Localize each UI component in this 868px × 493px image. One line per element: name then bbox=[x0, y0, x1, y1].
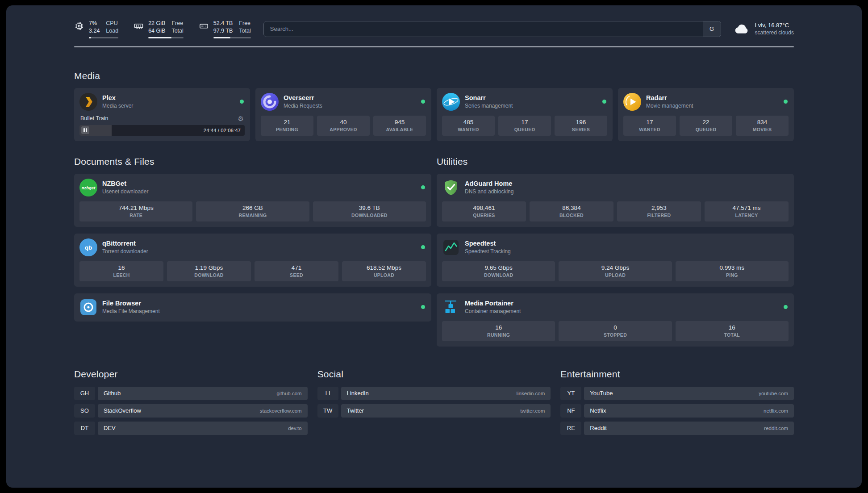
bookmark-domain: youtube.com bbox=[759, 391, 788, 396]
service-subtitle: Container management bbox=[465, 308, 779, 314]
stat-label: WANTED bbox=[443, 127, 494, 132]
gear-icon[interactable]: ⚙ bbox=[238, 115, 244, 122]
bookmark-link[interactable]: StackOverflow stackoverflow.com bbox=[98, 404, 308, 418]
service-card-adguard[interactable]: AdGuard Home DNS and adblocking 498,461 … bbox=[437, 174, 794, 227]
pause-icon[interactable] bbox=[81, 126, 89, 134]
stat-download: 1.19 Gbps DOWNLOAD bbox=[167, 261, 251, 281]
stat-value: 86,384 bbox=[530, 205, 613, 211]
bookmark-link[interactable]: YouTube youtube.com bbox=[584, 387, 794, 400]
service-name: File Browser bbox=[102, 300, 416, 307]
bookmark-abbr: DT bbox=[74, 422, 95, 435]
bookmark-reddit[interactable]: RE Reddit reddit.com bbox=[560, 422, 794, 435]
bookmark-link[interactable]: Netflix netflix.com bbox=[584, 404, 794, 418]
nzbget-icon: nzbget bbox=[79, 179, 97, 196]
stat-label: LEECH bbox=[80, 272, 163, 278]
service-card-plex[interactable]: Plex Media server Bullet Train ⚙ 24:44 /… bbox=[74, 88, 250, 141]
service-card-qbittorrent[interactable]: qb qBittorrent Torrent downloader 16 LEE… bbox=[74, 234, 431, 287]
service-card-overseerr[interactable]: Overseerr Media Requests 21 PENDING 40 A… bbox=[255, 88, 431, 141]
bookmark-link[interactable]: LinkedIn linkedin.com bbox=[341, 387, 551, 400]
bookmark-linkedin[interactable]: LI LinkedIn linkedin.com bbox=[317, 387, 551, 400]
service-card-filebrowser[interactable]: File Browser Media File Management bbox=[74, 293, 431, 322]
search-input[interactable] bbox=[264, 21, 703, 37]
status-dot bbox=[421, 245, 425, 249]
service-card-nzbget[interactable]: nzbget NZBGet Usenet downloader 744.21 M… bbox=[74, 174, 431, 227]
memory-icon bbox=[134, 21, 144, 31]
memory-label-top: Free bbox=[171, 20, 183, 27]
now-playing-title: Bullet Train bbox=[80, 115, 108, 121]
cpu-label-bottom: Load bbox=[106, 27, 118, 34]
bookmark-netflix[interactable]: NF Netflix netflix.com bbox=[560, 404, 794, 418]
stat-value: 16 bbox=[676, 324, 788, 331]
service-subtitle: Media Requests bbox=[284, 103, 416, 109]
service-subtitle: Media server bbox=[102, 103, 235, 109]
bookmark-twitter[interactable]: TW Twitter twitter.com bbox=[317, 404, 551, 418]
stat-label: RATE bbox=[80, 213, 192, 218]
bookmark-domain: twitter.com bbox=[520, 408, 545, 414]
service-name: NZBGet bbox=[102, 180, 416, 187]
bookmark-name: LinkedIn bbox=[347, 390, 369, 397]
section-heading-social: Social bbox=[317, 369, 551, 380]
service-subtitle: DNS and adblocking bbox=[465, 188, 789, 195]
stat-blocked: 86,384 BLOCKED bbox=[530, 201, 613, 221]
svg-text:qb: qb bbox=[85, 244, 92, 251]
cpu-icon bbox=[74, 21, 84, 31]
bookmark-youtube[interactable]: YT YouTube youtube.com bbox=[560, 387, 794, 400]
bookmark-dev[interactable]: DT DEV dev.to bbox=[74, 422, 308, 435]
bookmark-abbr: YT bbox=[560, 387, 581, 400]
bookmark-link[interactable]: Github github.com bbox=[98, 387, 308, 400]
stat-value: 485 bbox=[443, 119, 494, 125]
disk-label-top: Free bbox=[239, 20, 250, 27]
stat-label: WANTED bbox=[624, 127, 675, 132]
weather-condition: scattered clouds bbox=[755, 29, 794, 36]
status-dot bbox=[240, 100, 244, 104]
section-heading-utilities: Utilities bbox=[437, 156, 794, 167]
bookmark-stackoverflow[interactable]: SO StackOverflow stackoverflow.com bbox=[74, 404, 308, 418]
search-provider-button[interactable]: G bbox=[703, 21, 721, 37]
disk-free-value: 52.4 TB bbox=[213, 20, 233, 27]
playback-progress-bar[interactable]: 24:44 / 02:06:47 bbox=[79, 125, 245, 136]
stat-value: 16 bbox=[443, 324, 554, 331]
service-card-speedtest[interactable]: Speedtest Speedtest Tracking 9.65 Gbps D… bbox=[437, 234, 794, 287]
bookmark-link[interactable]: Reddit reddit.com bbox=[584, 422, 794, 435]
stat-value: 834 bbox=[737, 119, 788, 125]
stat-label: DOWNLOADED bbox=[314, 213, 425, 218]
bookmark-domain: netflix.com bbox=[764, 408, 788, 414]
bookmark-github[interactable]: GH Github github.com bbox=[74, 387, 308, 400]
section-heading-entertainment: Entertainment bbox=[560, 369, 794, 380]
stat-value: 2,953 bbox=[618, 205, 700, 211]
bookmark-link[interactable]: Twitter twitter.com bbox=[341, 404, 551, 418]
bookmark-abbr: RE bbox=[560, 422, 581, 435]
status-dot bbox=[421, 100, 425, 104]
stat-label: DOWNLOAD bbox=[443, 272, 554, 278]
stat-upload: 618.52 Mbps UPLOAD bbox=[342, 261, 426, 281]
bookmark-link[interactable]: DEV dev.to bbox=[98, 422, 308, 435]
service-card-radarr[interactable]: Radarr Movie management 17 WANTED 22 QUE… bbox=[618, 88, 794, 141]
stat-label: MOVIES bbox=[737, 127, 788, 132]
stat-label: SEED bbox=[255, 272, 338, 278]
overseerr-icon bbox=[261, 93, 279, 111]
bookmark-name: DEV bbox=[104, 425, 116, 431]
topbar-divider bbox=[74, 46, 794, 47]
search-bar[interactable]: G bbox=[263, 21, 721, 37]
service-card-portainer[interactable]: Media Portainer Container management 16 … bbox=[437, 293, 794, 347]
memory-widget: 22 GiB 64 GiB Free Total bbox=[134, 20, 184, 38]
stat-upload: 9.24 Gbps UPLOAD bbox=[559, 261, 672, 281]
stat-label: QUEUED bbox=[499, 127, 550, 132]
stat-wanted: 17 WANTED bbox=[623, 116, 676, 136]
stat-pending: 21 PENDING bbox=[261, 116, 313, 136]
stat-label: PING bbox=[676, 272, 788, 278]
stat-value: 0.993 ms bbox=[676, 264, 788, 271]
bookmark-abbr: LI bbox=[317, 387, 338, 400]
stat-label: BLOCKED bbox=[530, 213, 613, 218]
stat-available: 945 AVAILABLE bbox=[373, 116, 426, 136]
stat-queued: 17 QUEUED bbox=[498, 116, 551, 136]
service-card-sonarr[interactable]: Sonarr Series management 485 WANTED 17 Q… bbox=[437, 88, 613, 141]
bookmark-name: Github bbox=[104, 390, 121, 397]
stat-total: 16 TOTAL bbox=[676, 321, 789, 341]
resource-widgets: 7% 3.24 CPU Load bbox=[74, 20, 251, 38]
service-subtitle: Usenet downloader bbox=[102, 188, 416, 195]
stat-label: QUERIES bbox=[443, 213, 525, 218]
qbittorrent-icon: qb bbox=[79, 238, 97, 256]
section-documents: Documents & Files nzbget NZBGet Usenet d… bbox=[74, 156, 431, 347]
service-subtitle: Movie management bbox=[646, 103, 779, 109]
